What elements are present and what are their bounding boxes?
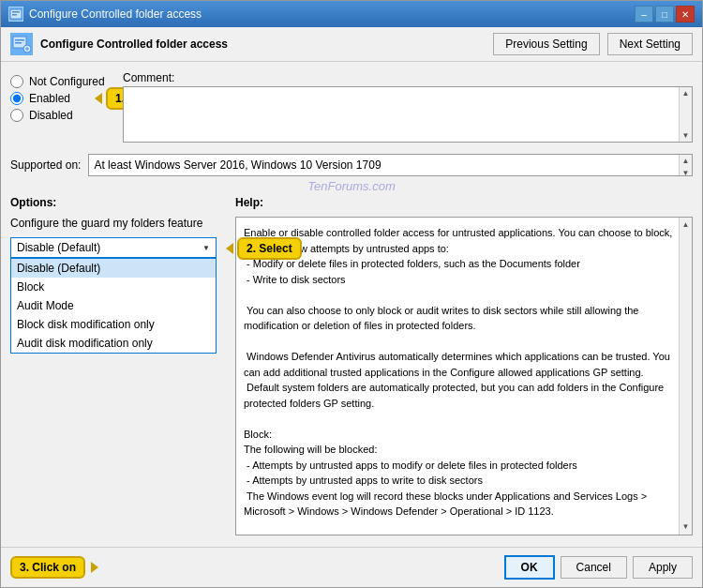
options-label: Options:	[10, 196, 56, 209]
bottom-bar: 3. Click on OK Cancel Apply	[1, 547, 702, 587]
previous-setting-button[interactable]: Previous Setting	[493, 33, 599, 55]
toolbar-title: Configure Controlled folder access	[40, 38, 486, 51]
dropdown-selected[interactable]: Disable (Default) ▼	[10, 237, 217, 258]
toolbar: Configure Controlled folder access Previ…	[1, 27, 702, 62]
apply-button[interactable]: Apply	[633, 556, 693, 579]
svg-rect-4	[15, 39, 24, 41]
enabled-label: Enabled	[29, 92, 70, 105]
toolbar-icon	[10, 33, 33, 55]
maximize-button[interactable]: □	[655, 6, 674, 23]
guard-feature-label: Configure the guard my folders feature	[10, 217, 226, 230]
ok-button[interactable]: OK	[504, 555, 555, 580]
comment-label: Comment:	[123, 71, 693, 84]
comment-box: ▲ ▼	[123, 86, 693, 143]
dropdown-selected-text: Disable (Default)	[17, 241, 100, 254]
step3-bubble: 3. Click on	[10, 556, 85, 579]
not-configured-radio[interactable]: Not Configured	[10, 75, 113, 88]
close-button[interactable]: ✕	[676, 6, 695, 23]
step1-arrow	[95, 93, 102, 104]
not-configured-label: Not Configured	[29, 75, 105, 88]
main-window: Configure Controlled folder access – □ ✕…	[0, 0, 703, 588]
supported-on-box: At least Windows Server 2016, Windows 10…	[88, 154, 693, 176]
svg-rect-5	[15, 42, 22, 44]
help-scrollbar[interactable]: ▲ ▼	[679, 218, 692, 535]
step2-bubble: 2. Select	[237, 237, 302, 260]
options-panel: Configure the guard my folders feature D…	[10, 217, 226, 535]
help-text: Enable or disable controlled folder acce…	[244, 227, 675, 535]
radio-group: Not Configured Enabled 1. Select Disab	[10, 71, 113, 143]
watermark: TenForums.com	[10, 176, 693, 196]
dropdown-item-disable[interactable]: Disable (Default)	[11, 259, 216, 278]
scroll-up-icon[interactable]: ▲	[681, 87, 692, 99]
comment-section: Comment: ▲ ▼	[123, 71, 693, 143]
disabled-radio[interactable]: Disabled	[10, 109, 113, 122]
comment-scrollbar[interactable]: ▲ ▼	[679, 87, 692, 142]
svg-rect-1	[12, 11, 20, 13]
dropdown-list: Disable (Default) Block Audit Mode Block…	[10, 258, 217, 354]
window-controls: – □ ✕	[635, 6, 695, 23]
help-panel: Enable or disable controlled folder acce…	[235, 217, 693, 535]
options-help-area: Configure the guard my folders feature D…	[10, 217, 693, 535]
top-section: Not Configured Enabled 1. Select Disab	[10, 71, 693, 143]
dropdown-item-audit[interactable]: Audit Mode	[11, 296, 216, 315]
help-label: Help:	[235, 196, 263, 209]
minimize-button[interactable]: –	[635, 6, 653, 23]
dropdown-arrow-icon: ▼	[202, 244, 210, 252]
svg-rect-2	[12, 14, 17, 16]
window-title: Configure Controlled folder access	[29, 8, 202, 21]
step2-annotation: 2. Select	[226, 237, 302, 260]
supported-scrollbar[interactable]: ▲ ▼	[679, 155, 692, 175]
scroll-down-icon[interactable]: ▼	[681, 129, 692, 142]
supported-on-value: At least Windows Server 2016, Windows 10…	[94, 158, 381, 172]
supported-scroll-up[interactable]: ▲	[681, 155, 692, 167]
dropdown-item-audit-disk[interactable]: Audit disk modification only	[11, 334, 216, 353]
step3-annotation: 3. Click on	[10, 556, 98, 579]
disabled-label: Disabled	[29, 109, 73, 122]
step3-arrow	[91, 562, 98, 573]
dropdown-item-block-disk[interactable]: Block disk modification only	[11, 315, 216, 334]
next-setting-button[interactable]: Next Setting	[607, 33, 693, 55]
help-scroll-up[interactable]: ▲	[681, 218, 692, 233]
dropdown-item-block[interactable]: Block	[11, 278, 216, 296]
options-help-labels: Options: Help:	[10, 196, 693, 209]
dropdown-container: Disable (Default) ▼ 2. Select Disable (D…	[10, 237, 217, 258]
title-bar-left: Configure Controlled folder access	[8, 7, 202, 22]
step2-arrow	[226, 243, 233, 254]
help-scroll-down[interactable]: ▼	[681, 520, 692, 535]
enabled-radio[interactable]: Enabled	[10, 92, 70, 105]
cancel-button[interactable]: Cancel	[561, 556, 627, 579]
supported-on-label: Supported on:	[10, 158, 81, 172]
title-bar: Configure Controlled folder access – □ ✕	[1, 1, 702, 27]
main-area: Not Configured Enabled 1. Select Disab	[1, 62, 702, 547]
app-icon	[8, 7, 23, 22]
supported-scroll-down[interactable]: ▼	[681, 167, 692, 179]
supported-on-row: Supported on: At least Windows Server 20…	[10, 154, 693, 176]
